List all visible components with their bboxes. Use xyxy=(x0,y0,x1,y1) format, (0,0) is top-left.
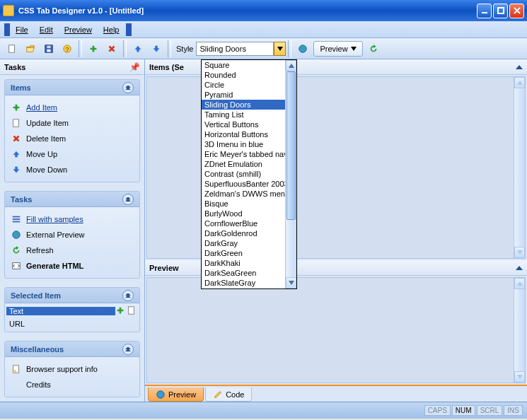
link-refresh[interactable]: Refresh xyxy=(9,243,135,258)
svg-rect-4 xyxy=(47,49,50,52)
menu-help[interactable]: Help xyxy=(98,23,125,36)
link-move-down[interactable]: Move Down xyxy=(9,162,135,177)
menubar: File Edit Preview Help xyxy=(0,21,527,38)
link-move-up[interactable]: Move Up xyxy=(9,146,135,162)
maximize-button[interactable] xyxy=(493,4,508,18)
svg-rect-0 xyxy=(482,12,487,13)
style-combo[interactable] xyxy=(196,42,286,56)
style-option[interactable]: ZDnet Emulation xyxy=(202,159,285,169)
panel-selected-header[interactable]: Selected Item xyxy=(5,288,139,303)
style-option[interactable]: Square xyxy=(202,60,285,70)
style-option[interactable]: FireBrick xyxy=(202,288,285,288)
panel-items-header[interactable]: Items xyxy=(5,80,139,95)
preview-scrollbar[interactable] xyxy=(514,278,525,383)
help-button[interactable]: ? xyxy=(59,40,76,57)
svg-rect-1 xyxy=(498,8,504,13)
items-scrollbar[interactable] xyxy=(514,77,525,258)
link-external-preview[interactable]: External Preview xyxy=(9,227,135,243)
tab-preview[interactable]: Preview xyxy=(148,387,204,402)
style-option[interactable]: Rounded xyxy=(202,70,285,80)
svg-rect-15 xyxy=(13,218,21,220)
open-button[interactable] xyxy=(22,40,39,57)
link-add-item[interactable]: Add Item xyxy=(9,100,135,115)
link-delete-item[interactable]: Delete Item xyxy=(9,131,135,146)
link-generate-html[interactable]: Generate HTML xyxy=(9,258,135,274)
style-option[interactable]: Contrast (smhill) xyxy=(202,169,285,179)
style-option[interactable]: DarkSlateGray xyxy=(202,278,285,288)
tab-code[interactable]: Code xyxy=(205,387,252,402)
scroll-thumb[interactable] xyxy=(286,71,296,220)
status-num: NUM xyxy=(452,405,475,416)
menu-preview[interactable]: Preview xyxy=(59,23,98,36)
scroll-down-button[interactable] xyxy=(286,277,296,288)
preview-button[interactable]: Preview xyxy=(313,41,362,57)
tasks-pane-title: Tasks xyxy=(4,63,25,71)
style-option[interactable]: 3D Imenu in blue xyxy=(202,139,285,149)
style-option[interactable]: Eric Meyer's tabbed navbar xyxy=(202,149,285,159)
collapse-triangle-icon[interactable] xyxy=(516,266,523,270)
dropdown-scrollbar[interactable] xyxy=(285,60,296,288)
style-option[interactable]: DarkSeaGreen xyxy=(202,268,285,278)
document-icon[interactable] xyxy=(127,305,138,317)
close-button[interactable] xyxy=(509,4,524,18)
property-row-url[interactable]: URL xyxy=(6,317,138,330)
link-browser-support[interactable]: Browser support info xyxy=(9,361,135,377)
plus-icon[interactable] xyxy=(115,305,127,317)
panel-misc-header[interactable]: Miscellaneous xyxy=(5,342,139,357)
refresh-button[interactable] xyxy=(365,40,382,57)
save-button[interactable] xyxy=(40,40,57,57)
style-option[interactable]: DarkGreen xyxy=(202,248,285,258)
property-row-text[interactable]: Text xyxy=(6,305,138,317)
style-option[interactable]: Circle xyxy=(202,80,285,90)
style-option[interactable]: Sliding Doors xyxy=(202,100,285,110)
chevron-up-icon xyxy=(122,290,134,301)
style-option[interactable]: Bisque xyxy=(202,199,285,209)
scroll-down-button[interactable] xyxy=(514,247,525,258)
panel-tasks-header[interactable]: Tasks xyxy=(5,192,139,207)
style-option[interactable]: CornflowerBlue xyxy=(202,218,285,228)
window-title: CSS Tab Designer v1.0 - [Untitled] xyxy=(18,6,144,15)
menu-file[interactable]: File xyxy=(10,23,34,36)
delete-button[interactable] xyxy=(103,40,120,57)
scroll-up-button[interactable] xyxy=(514,278,525,289)
list-icon xyxy=(11,214,22,225)
style-option[interactable]: Zeldman's DWWS menu xyxy=(202,189,285,199)
tasks-pane: Tasks 📌 Items Add Item Update Item Delet… xyxy=(0,59,145,402)
style-option[interactable]: Vertical Buttons xyxy=(202,119,285,129)
movedown-button[interactable] xyxy=(148,40,165,57)
style-option[interactable]: DarkKhaki xyxy=(202,258,285,268)
moveup-button[interactable] xyxy=(129,40,146,57)
minimize-button[interactable] xyxy=(477,4,492,18)
style-option[interactable]: BurlyWood xyxy=(202,209,285,218)
scroll-up-button[interactable] xyxy=(514,77,525,88)
style-dropdown-list[interactable]: SquareRoundedCirclePyramidSliding DoorsT… xyxy=(201,59,297,289)
panel-items: Items Add Item Update Item Delete Item M… xyxy=(4,79,140,182)
toolbar-separator xyxy=(288,40,291,57)
style-option[interactable]: Taming List xyxy=(202,110,285,119)
arrow-up-icon xyxy=(11,148,22,160)
pin-icon[interactable]: 📌 xyxy=(129,62,140,72)
link-fill-samples[interactable]: Fill with samples xyxy=(9,211,135,227)
svg-text:?: ? xyxy=(65,45,69,52)
add-button[interactable] xyxy=(85,40,102,57)
style-option[interactable]: Pyramid xyxy=(202,90,285,100)
arrow-down-icon xyxy=(11,164,22,175)
style-dropdown-button[interactable] xyxy=(274,42,286,56)
chevron-up-icon xyxy=(122,344,134,355)
style-option[interactable]: DarkGoldenrod xyxy=(202,228,285,238)
chevron-up-icon xyxy=(122,194,134,205)
scroll-up-button[interactable] xyxy=(286,60,296,71)
scroll-down-button[interactable] xyxy=(514,371,525,383)
menu-grip-icon xyxy=(4,23,10,36)
pencil-icon xyxy=(213,390,223,399)
style-input[interactable] xyxy=(196,42,274,56)
style-option[interactable]: SuperfluousBanter 2003 xyxy=(202,179,285,189)
style-option[interactable]: DarkGray xyxy=(202,238,285,248)
menu-edit[interactable]: Edit xyxy=(34,23,59,36)
link-update-item[interactable]: Update Item xyxy=(9,115,135,131)
new-button[interactable] xyxy=(4,40,21,57)
style-option[interactable]: Horizontal Buttons xyxy=(202,129,285,139)
link-credits[interactable]: Credits xyxy=(9,377,135,392)
preview-globe-button[interactable] xyxy=(294,40,311,57)
collapse-triangle-icon[interactable] xyxy=(516,65,523,69)
